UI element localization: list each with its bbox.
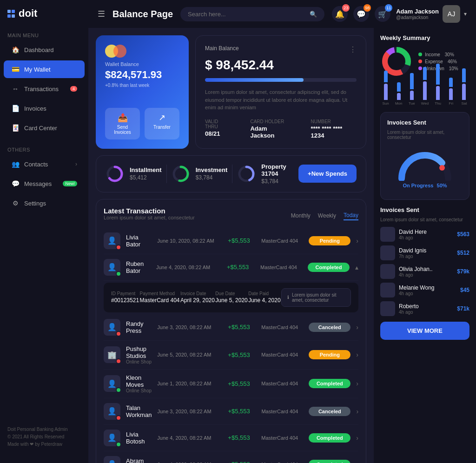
- messages-icon: 💬: [11, 179, 20, 188]
- expense-dot: [418, 60, 422, 63]
- investment-info: Investment $3,784: [196, 166, 228, 181]
- invoice-amount: $563: [457, 231, 469, 238]
- tx-method: MasterCard 404: [260, 265, 302, 270]
- tx-arrow-icon[interactable]: ›: [356, 408, 358, 415]
- meta-number: NUMBER **** **** **** 1234: [311, 119, 357, 139]
- wallet-chip: [105, 45, 179, 58]
- tx-arrow-icon[interactable]: ›: [356, 380, 358, 387]
- property-ring: [237, 165, 256, 183]
- sidebar-item-dashboard[interactable]: 🏠 Dashboard: [4, 41, 85, 59]
- transaction-header: Latest Transaction Lorem ipsum dolor sit…: [104, 207, 358, 226]
- tx-arrow-expand-icon[interactable]: ▴: [355, 264, 358, 271]
- tx-user-icon: 👤: [107, 323, 117, 331]
- chip-circle-orange: [113, 45, 126, 58]
- investment-title: Investment: [196, 166, 228, 173]
- bar-segment: [462, 68, 466, 82]
- valid-thru-label: VALID THRU: [205, 119, 231, 129]
- tx-amount: +$5,553: [228, 324, 256, 331]
- filter-monthly[interactable]: Monthly: [291, 212, 311, 220]
- menu-icon[interactable]: ☰: [98, 9, 105, 19]
- bar-day-label: Wed: [421, 101, 429, 106]
- sidebar-item-messages[interactable]: 💬 Messages New!: [4, 175, 85, 192]
- tx-user-icon: 👤: [107, 263, 117, 271]
- sidebar-item-transactions[interactable]: ↔ Transactions 4: [4, 80, 85, 98]
- tx-date: June 4, 2020, 08:22 AM: [157, 462, 222, 463]
- sidebar-footer: Doit Personal Banking Admin © 2021 All R…: [0, 418, 88, 456]
- view-more-button[interactable]: VIEW MORE: [380, 322, 469, 340]
- right-panel: Weekly Summary Income 30%: [374, 28, 476, 463]
- table-row: 👤 Kleon Moves Online Shop June 1, 2020, …: [104, 370, 358, 398]
- filter-today[interactable]: Today: [344, 212, 358, 220]
- balance-options-icon[interactable]: ⋮: [349, 45, 357, 54]
- user-avatar[interactable]: AJ: [443, 5, 460, 23]
- transfer-button[interactable]: ↗ Transfer: [145, 108, 179, 139]
- invoice-details: David Here4h ago: [399, 229, 453, 240]
- invoice-amount: $79k: [457, 268, 469, 275]
- bar-segment: [384, 84, 388, 100]
- sidebar-item-settings[interactable]: ⚙ Settings: [4, 194, 85, 212]
- tx-amount: +$5,553: [228, 351, 256, 358]
- send-invoices-button[interactable]: 📤 Send Invoices: [105, 108, 140, 139]
- contacts-arrow-icon: ›: [75, 161, 77, 167]
- exp-due-date-label: Due Date: [215, 291, 247, 296]
- filter-weekly[interactable]: Weekly: [318, 212, 336, 220]
- user-email: @adamjackson: [396, 15, 439, 20]
- contacts-icon: 👥: [11, 160, 20, 168]
- balance-bar-fill: [205, 78, 304, 82]
- search-icon[interactable]: 🔍: [310, 11, 317, 18]
- spend-categories-row: Installment $5,412 Investment $3,784: [96, 155, 366, 192]
- exp-id-payment: ID Payment #00123521: [111, 291, 139, 304]
- tx-arrow-icon[interactable]: ›: [356, 434, 358, 442]
- tx-avatar: 👤: [104, 430, 120, 446]
- notification-bell[interactable]: 🔔 23: [332, 6, 348, 22]
- transfer-label: Transfer: [153, 125, 171, 130]
- table-row: 👤 Abram Carder June 4, 2020, 08:22 AM +$…: [104, 451, 358, 463]
- search-input[interactable]: [188, 11, 306, 18]
- expense-label: Expense: [425, 59, 443, 64]
- tx-method: MasterCard 404: [261, 435, 303, 441]
- tx-arrow-icon[interactable]: ›: [356, 324, 358, 331]
- bar-segment: [397, 82, 401, 92]
- exp-note-text: Lorem ipsum dolor sit amet, consectetur: [292, 292, 345, 303]
- status-badge: Completed: [309, 433, 350, 443]
- exp-invoice-date-value: April 29, 2020: [180, 297, 215, 304]
- invoice-amount: $512: [457, 250, 469, 256]
- tx-amount: +$5,553: [228, 461, 256, 463]
- invoices-list-subtitle: Lorem ipsum dolor sit amet, consectetur: [380, 217, 469, 222]
- invoice-avatar: [380, 245, 395, 260]
- tx-arrow-icon[interactable]: ›: [356, 461, 358, 463]
- new-spends-button[interactable]: +New Spends: [298, 165, 357, 183]
- property-amount: $3,784: [261, 178, 286, 185]
- tx-arrow-icon[interactable]: ›: [356, 237, 358, 245]
- bar-column: Thu: [433, 64, 443, 106]
- invoice-time: 4h ago: [399, 310, 453, 315]
- installment-ring: [106, 165, 124, 183]
- exp-date-paid-value: June 4, 2020: [248, 297, 280, 304]
- bar-day-label: Tue: [409, 101, 415, 106]
- tx-method: MasterCard 404: [261, 238, 303, 244]
- user-dropdown-icon[interactable]: ▾: [464, 11, 467, 17]
- sidebar-item-card-center[interactable]: 🃏 Card Center: [4, 119, 85, 137]
- tx-date: June 4, 2020, 08:22 AM: [157, 435, 222, 441]
- footer-company: Doit Personal Banking Admin: [7, 426, 81, 433]
- bar-column: Sun: [380, 71, 391, 106]
- status-dot-green: [116, 387, 121, 393]
- bar-segment: [384, 71, 388, 82]
- sidebar-item-contacts[interactable]: 👥 Contacts ›: [4, 155, 85, 173]
- spend-property: Property 31704 $3,784: [237, 163, 286, 185]
- bar-column: Fri: [446, 78, 456, 106]
- tx-method: MasterCard 404: [261, 381, 303, 386]
- tx-name-col: Randy Press: [126, 320, 152, 334]
- sidebar-item-wallet[interactable]: 💳 My Wallet: [4, 60, 85, 78]
- cart-badge-count: 11: [385, 4, 392, 12]
- exp-invoice-date: Invoice Date April 29, 2020: [180, 291, 215, 304]
- cart-icon-button[interactable]: 🛒 11: [375, 6, 390, 22]
- balance-label: Main Balance: [205, 45, 239, 52]
- tx-arrow-icon[interactable]: ›: [356, 351, 358, 358]
- sidebar-item-label: Dashboard: [24, 46, 54, 53]
- logo-dot: [7, 10, 11, 13]
- sidebar-item-invoices[interactable]: 📄 Invoices: [4, 99, 85, 117]
- bar-segment: [436, 64, 440, 85]
- chat-icon-button[interactable]: 💬 98: [353, 6, 369, 22]
- valid-thru-value: 08/21: [205, 130, 231, 137]
